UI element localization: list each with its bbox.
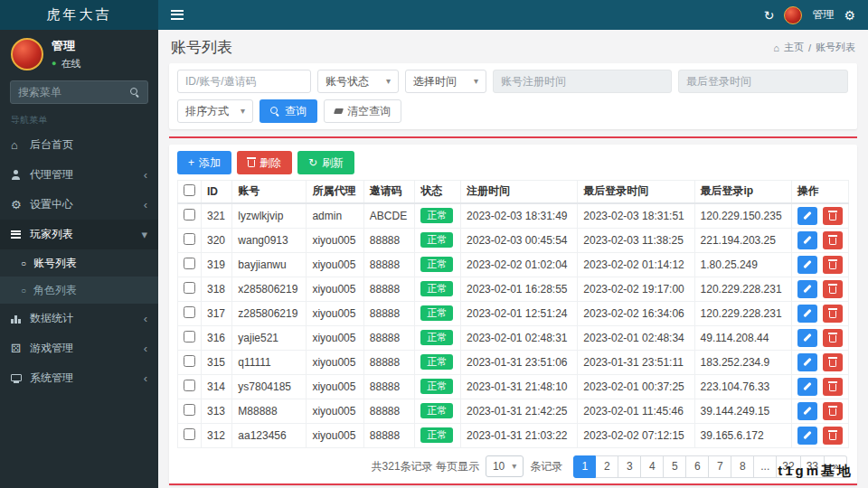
page-size-select[interactable]: 10 ▾ — [486, 455, 524, 477]
page-button[interactable]: ... — [754, 455, 777, 478]
row-checkbox[interactable] — [184, 209, 195, 221]
cell-id: 318 — [202, 277, 232, 301]
column-header[interactable]: 最后登录ip — [694, 181, 791, 203]
select-all-checkbox[interactable] — [184, 184, 195, 196]
table-toolbar: + 添加 删除 ↻ 刷新 — [177, 151, 849, 174]
refresh-button[interactable]: ↻ 刷新 — [297, 151, 354, 174]
row-delete-button[interactable] — [823, 256, 843, 274]
register-time-input[interactable] — [493, 70, 672, 93]
chevron-down-icon: ▾ — [386, 77, 391, 86]
sidebar-sub-item-label: 账号列表 — [33, 256, 77, 271]
row-checkbox[interactable] — [184, 331, 195, 343]
sort-select[interactable]: 排序方式 ▾ — [177, 99, 253, 123]
column-header[interactable]: 账号 — [232, 181, 307, 203]
row-checkbox[interactable] — [184, 380, 195, 391]
row-checkbox[interactable] — [184, 282, 195, 294]
chevron-down-icon: ▾ — [512, 462, 516, 471]
edit-button[interactable] — [797, 378, 817, 396]
page-button[interactable]: 6 — [686, 455, 709, 478]
row-delete-button[interactable] — [823, 402, 843, 420]
row-checkbox[interactable] — [184, 404, 195, 416]
row-delete-button[interactable] — [823, 329, 843, 347]
page-button[interactable]: 3 — [618, 455, 641, 478]
page-button[interactable]: 8 — [731, 455, 754, 478]
breadcrumb: ⌂ 主页 / 账号列表 — [773, 41, 855, 54]
sidebar-item-games[interactable]: ⚄ 游戏管理 ‹ — [0, 333, 158, 363]
breadcrumb-home[interactable]: 主页 — [784, 41, 804, 54]
page-button[interactable]: 4 — [641, 455, 664, 478]
column-header[interactable]: 邀请码 — [363, 181, 414, 203]
sidebar-item-home[interactable]: ⌂ 后台首页 — [0, 130, 158, 160]
edit-button[interactable] — [797, 207, 817, 225]
edit-button[interactable] — [797, 353, 817, 371]
refresh-icon[interactable]: ↻ — [764, 9, 775, 22]
online-dot-icon: ● — [52, 60, 56, 68]
time-select[interactable]: 选择时间 ▾ — [405, 70, 486, 93]
sidebar-toggle-button[interactable] — [158, 10, 196, 20]
row-delete-button[interactable] — [823, 305, 843, 323]
chevron-down-icon: ▾ — [474, 77, 478, 86]
row-checkbox[interactable] — [184, 258, 195, 269]
sidebar-sub-item-accounts[interactable]: ○ 账号列表 — [0, 249, 158, 277]
menu-search-input[interactable] — [11, 81, 122, 103]
row-checkbox[interactable] — [184, 233, 195, 245]
edit-button[interactable] — [797, 427, 817, 445]
edit-button[interactable] — [797, 280, 817, 298]
search-icon[interactable] — [122, 81, 147, 103]
gear-icon[interactable]: ⚙ — [844, 9, 855, 22]
edit-button[interactable] — [797, 305, 817, 323]
edit-button[interactable] — [797, 329, 817, 347]
players-submenu: ○ 账号列表 ○ 角色列表 — [0, 249, 158, 304]
column-header[interactable]: 最后登录时间 — [578, 181, 694, 203]
row-delete-button[interactable] — [823, 280, 843, 298]
row-delete-button[interactable] — [823, 427, 843, 445]
page-button[interactable]: 5 — [664, 455, 686, 478]
search-button[interactable]: 查询 — [259, 99, 317, 123]
cell-invite-code: 88888 — [363, 350, 414, 374]
last-login-time-input[interactable] — [678, 70, 848, 93]
avatar[interactable] — [784, 6, 802, 24]
edit-button[interactable] — [797, 256, 817, 274]
sidebar: 管理 ● 在线 导航菜单 ⌂ 后台首页 代理管理 ‹ ⚙ 设置中心 ‹ 玩家列表 — [0, 30, 158, 488]
column-header[interactable]: 所属代理 — [307, 181, 363, 203]
row-checkbox[interactable] — [184, 355, 195, 367]
sidebar-item-settings[interactable]: ⚙ 设置中心 ‹ — [0, 190, 158, 220]
list-icon — [11, 230, 30, 239]
cell-last-login-ip: 120.229.150.235 — [694, 203, 791, 229]
sidebar-item-players[interactable]: 玩家列表 ▾ — [0, 220, 158, 249]
column-header[interactable]: 状态 — [415, 181, 461, 203]
row-delete-button[interactable] — [823, 231, 843, 249]
red-divider — [169, 136, 857, 138]
column-header[interactable]: ID — [202, 181, 232, 203]
row-delete-button[interactable] — [823, 207, 843, 225]
cell-invite-code: 88888 — [363, 423, 414, 447]
sidebar-item-stats[interactable]: 数据统计 ‹ — [0, 304, 158, 333]
cell-last-login-time: 2023-02-02 07:12:15 — [578, 423, 694, 447]
page-button[interactable]: 7 — [709, 455, 731, 478]
keyword-input[interactable] — [177, 70, 311, 93]
delete-button[interactable]: 删除 — [237, 151, 292, 174]
add-button[interactable]: + 添加 — [177, 151, 231, 174]
page-button[interactable]: 1 — [573, 455, 596, 478]
sidebar-item-label: 数据统计 — [30, 311, 73, 326]
admin-label[interactable]: 管理 — [812, 7, 834, 23]
sidebar-sub-item-roles[interactable]: ○ 角色列表 — [0, 277, 158, 304]
sidebar-item-system[interactable]: 系统管理 ‹ — [0, 363, 158, 393]
row-delete-button[interactable] — [823, 353, 843, 371]
column-header[interactable]: 操作 — [791, 181, 848, 203]
nav-section-label: 导航菜单 — [0, 109, 158, 130]
column-header[interactable]: 注册时间 — [461, 181, 578, 203]
status-badge: 正常 — [420, 379, 453, 394]
pencil-icon — [803, 382, 811, 390]
clear-search-button[interactable]: 清空查询 — [324, 99, 401, 123]
users-icon — [11, 170, 30, 180]
status-select[interactable]: 账号状态 ▾ — [317, 70, 399, 93]
row-checkbox[interactable] — [184, 428, 195, 440]
row-delete-button[interactable] — [823, 378, 843, 396]
edit-button[interactable] — [797, 231, 817, 249]
page-button[interactable]: 2 — [596, 455, 618, 478]
cell-id: 312 — [202, 423, 232, 447]
edit-button[interactable] — [797, 402, 817, 420]
sidebar-item-agents[interactable]: 代理管理 ‹ — [0, 160, 158, 190]
row-checkbox[interactable] — [184, 306, 195, 318]
